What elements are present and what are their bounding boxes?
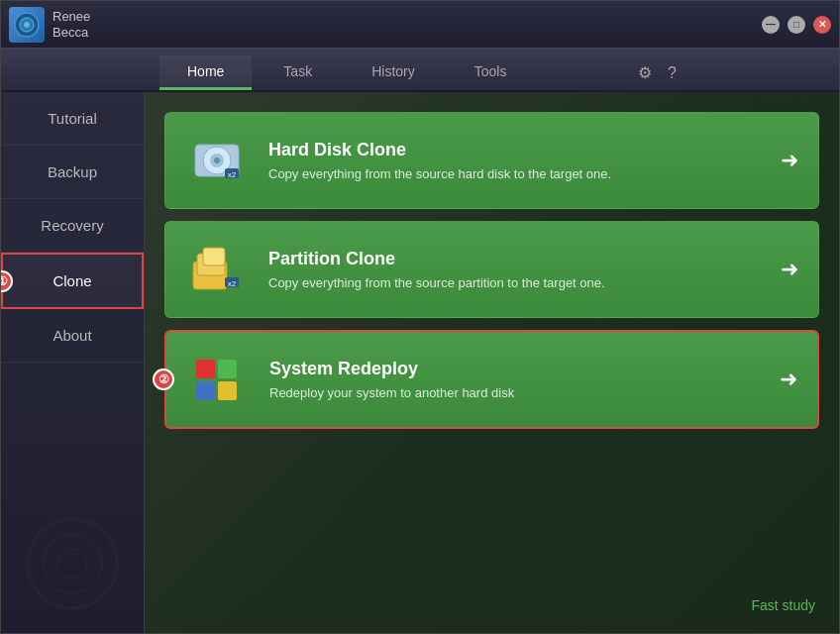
app-logo: Renee Becca	[9, 7, 90, 43]
title-bar: Renee Becca — □ ✕	[1, 1, 839, 49]
sidebar-item-recovery[interactable]: Recovery	[1, 199, 144, 253]
system-redeploy-card[interactable]: ② System Redeploy Redeploy your system t…	[164, 330, 819, 429]
tab-task[interactable]: Task	[256, 55, 340, 90]
svg-rect-15	[218, 360, 237, 378]
svg-rect-14	[196, 360, 215, 378]
cards-container: x2 Hard Disk Clone Copy everything from …	[164, 112, 819, 429]
partition-clone-desc: Copy everything from the source partitio…	[268, 275, 771, 290]
sidebar: Tutorial Backup Recovery ① Clone About	[1, 92, 145, 633]
app-window: Renee Becca — □ ✕ Home Task History Tool…	[0, 0, 840, 634]
svg-rect-17	[218, 381, 237, 400]
svg-rect-16	[196, 381, 215, 400]
partition-clone-title: Partition Clone	[268, 249, 771, 269]
system-redeploy-arrow: ➜	[780, 367, 797, 392]
clone-badge: ①	[1, 270, 13, 292]
hard-disk-clone-arrow: ➜	[781, 148, 798, 173]
system-redeploy-title: System Redeploy	[269, 359, 770, 379]
maximize-button[interactable]: □	[788, 16, 805, 34]
partition-clone-content: Partition Clone Copy everything from the…	[268, 249, 771, 290]
sidebar-item-about[interactable]: About	[1, 309, 144, 363]
svg-point-6	[214, 158, 220, 163]
sidebar-item-clone[interactable]: ① Clone	[1, 253, 144, 309]
sidebar-item-backup[interactable]: Backup	[1, 146, 144, 199]
system-redeploy-badge: ②	[153, 369, 174, 390]
svg-rect-11	[203, 248, 225, 265]
logo-icon	[9, 7, 45, 43]
fast-study-link[interactable]: Fast study	[751, 597, 815, 613]
settings-icon[interactable]: ⚙	[634, 61, 656, 84]
system-redeploy-content: System Redeploy Redeploy your system to …	[269, 359, 770, 400]
app-name: Renee Becca	[52, 9, 90, 40]
partition-clone-arrow: ➜	[781, 257, 798, 282]
minimize-button[interactable]: —	[762, 16, 780, 34]
system-redeploy-desc: Redeploy your system to another hard dis…	[269, 385, 770, 400]
tab-home[interactable]: Home	[159, 55, 252, 90]
svg-text:x2: x2	[228, 279, 237, 288]
hard-disk-clone-card[interactable]: x2 Hard Disk Clone Copy everything from …	[164, 112, 819, 209]
content-area: x2 Hard Disk Clone Copy everything from …	[145, 92, 839, 633]
hard-disk-clone-title: Hard Disk Clone	[268, 140, 771, 160]
hard-disk-clone-desc: Copy everything from the source hard dis…	[268, 166, 771, 181]
system-redeploy-icon	[186, 348, 250, 411]
window-controls: — □ ✕	[762, 16, 831, 34]
hard-disk-clone-content: Hard Disk Clone Copy everything from the…	[268, 140, 771, 181]
nav-settings: ⚙ ?	[634, 61, 681, 90]
partition-clone-card[interactable]: x2 Partition Clone Copy everything from …	[164, 221, 819, 318]
partition-clone-icon: x2	[185, 238, 249, 301]
svg-text:x2: x2	[228, 170, 237, 179]
close-button[interactable]: ✕	[813, 16, 831, 34]
tab-tools[interactable]: Tools	[447, 55, 535, 90]
hard-disk-clone-icon: x2	[185, 129, 249, 192]
main-area: Tutorial Backup Recovery ① Clone About	[1, 92, 839, 633]
nav-tabs: Home Task History Tools ⚙ ?	[1, 49, 839, 92]
sidebar-item-tutorial[interactable]: Tutorial	[1, 92, 144, 146]
help-icon[interactable]: ?	[664, 61, 681, 84]
svg-point-2	[24, 22, 30, 28]
tab-history[interactable]: History	[344, 55, 443, 90]
